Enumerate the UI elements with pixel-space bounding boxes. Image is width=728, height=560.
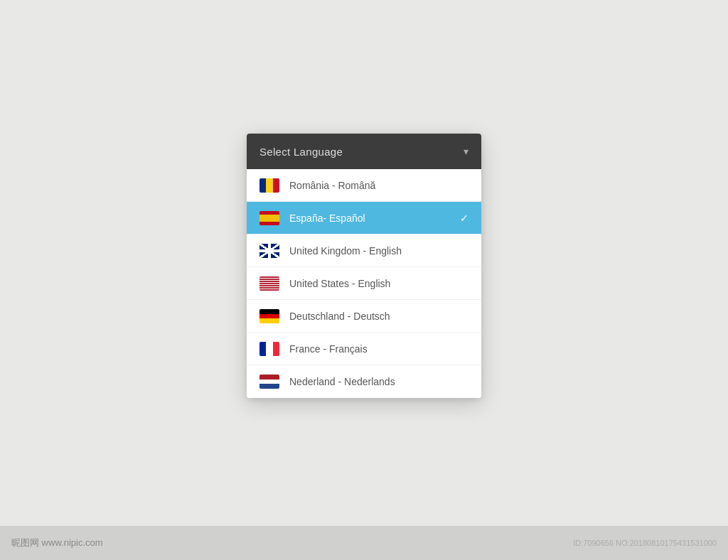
dropdown-item-ro[interactable]: România - Română — [247, 169, 481, 202]
language-dropdown[interactable]: Select Language ▾ România - RomânăEspaña… — [247, 134, 481, 398]
chevron-down-icon: ▾ — [464, 146, 469, 157]
item-label-fr: France - Français — [289, 343, 469, 355]
flag-de — [259, 309, 279, 323]
flag-ro — [259, 178, 279, 193]
flag-es — [259, 211, 279, 225]
dropdown-item-gb[interactable]: United Kingdom - English — [247, 235, 481, 267]
dropdown-item-fr[interactable]: France - Français — [247, 333, 481, 365]
flag-gb — [259, 244, 279, 258]
flag-us — [259, 276, 279, 291]
check-icon: ✓ — [460, 212, 469, 224]
flag-fr — [259, 342, 279, 356]
item-label-gb: United Kingdom - English — [289, 245, 469, 257]
dropdown-item-us[interactable]: United States - English — [247, 267, 481, 300]
item-label-de: Deutschland - Deutsch — [289, 311, 469, 322]
item-label-nl: Nederland - Nederlands — [289, 376, 469, 387]
item-label-ro: România - Română — [289, 180, 469, 191]
dropdown-item-nl[interactable]: Nederland - Nederlands — [247, 365, 481, 398]
dropdown-header[interactable]: Select Language ▾ — [247, 134, 481, 169]
watermark-bar: 昵图网 www.nipic.com ID:7090656 NO:20180810… — [0, 526, 728, 560]
watermark-right: ID:7090656 NO:20180810175431531000 — [573, 539, 717, 547]
watermark-left: 昵图网 www.nipic.com — [11, 537, 103, 549]
dropdown-list: România - RomânăEspaña- Español✓United K… — [247, 169, 481, 398]
dropdown-item-de[interactable]: Deutschland - Deutsch — [247, 300, 481, 333]
item-label-us: United States - English — [289, 278, 469, 289]
dropdown-header-label: Select Language — [259, 146, 343, 158]
flag-nl — [259, 375, 279, 389]
item-label-es: España- Español — [289, 212, 454, 224]
dropdown-item-es[interactable]: España- Español✓ — [247, 202, 481, 235]
